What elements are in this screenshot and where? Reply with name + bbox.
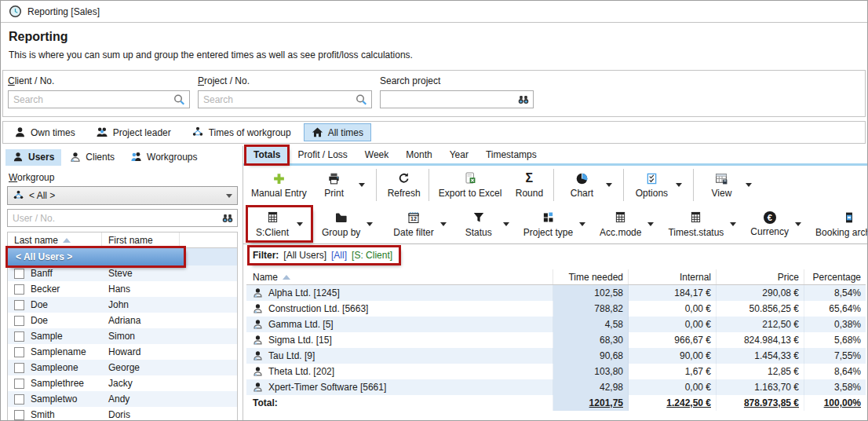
table-row[interactable]: Gamma Ltd. [5] 4,58 0,00 € 212,50 € 0,38… xyxy=(246,317,866,332)
row-checkbox[interactable] xyxy=(14,331,24,342)
column-header-last-name[interactable]: Last name xyxy=(8,232,102,247)
manual-entry-button[interactable]: Manual Entry xyxy=(245,167,310,203)
column-header-name[interactable]: Name xyxy=(246,269,553,284)
chevron-down-icon[interactable] xyxy=(226,194,232,198)
report-tabbar: Totals Profit / Loss Week Month Year Tim… xyxy=(243,146,867,166)
booking-archive-button[interactable]: Booking archive xyxy=(809,206,868,242)
round-button[interactable]: Σ Round xyxy=(505,167,550,203)
currency-button[interactable]: € Currency xyxy=(744,206,809,242)
workgroup-select[interactable]: < All > xyxy=(7,186,238,205)
workgroup-label: Workgroup xyxy=(9,172,238,183)
table-row[interactable]: Theta Ltd. [202] 103,80 1,67 € 12,85 € 8… xyxy=(246,364,866,379)
chart-button[interactable]: Chart xyxy=(557,167,620,203)
refresh-icon xyxy=(398,171,410,185)
table-row[interactable]: Sigma Ltd. [15] 68,30 966,67 € 824.984,1… xyxy=(246,332,866,348)
column-header-percentage[interactable]: Percentage xyxy=(804,269,866,284)
row-checkbox[interactable] xyxy=(14,347,24,357)
chevron-down-icon[interactable] xyxy=(730,222,736,226)
project-search-field xyxy=(198,90,372,108)
search-project-input[interactable] xyxy=(381,91,533,108)
window-titlebar: Reporting [Sales] xyxy=(1,1,867,23)
report-table-header: Name Time needed Internal Price Percenta… xyxy=(246,269,866,285)
tab-totals[interactable]: Totals xyxy=(246,147,287,163)
row-checkbox[interactable] xyxy=(14,269,24,279)
page-description: This is where you can sum up and group t… xyxy=(9,49,859,60)
tab-profit-loss[interactable]: Profit / Loss xyxy=(290,147,354,163)
row-checkbox[interactable] xyxy=(14,394,24,405)
user-row[interactable]: SampleoneGeorge xyxy=(8,360,237,375)
table-row[interactable]: Tau Ltd. [9] 90,68 90,00 € 1.454,33 € 7,… xyxy=(246,348,866,364)
user-row[interactable]: BeckerHans xyxy=(8,281,237,297)
total-label: Total: xyxy=(253,397,278,408)
tab-month[interactable]: Month xyxy=(399,147,439,163)
tab-workgroups[interactable]: Workgroups xyxy=(123,149,204,166)
row-checkbox[interactable] xyxy=(14,410,24,420)
chevron-down-icon[interactable] xyxy=(647,222,654,226)
filter-sort-part: [S: Client] xyxy=(352,250,392,261)
column-header-internal[interactable]: Internal xyxy=(629,269,717,284)
chevron-down-icon[interactable] xyxy=(359,183,365,187)
person-icon xyxy=(14,126,26,138)
column-header-price[interactable]: Price xyxy=(717,269,804,284)
tab-all-times[interactable]: All times xyxy=(304,123,371,141)
pie-chart-icon xyxy=(575,171,589,185)
tab-week[interactable]: Week xyxy=(358,147,396,163)
client-icon xyxy=(253,335,263,346)
row-checkbox[interactable] xyxy=(14,316,24,326)
chevron-down-icon[interactable] xyxy=(795,222,801,226)
chevron-down-icon[interactable] xyxy=(579,222,585,226)
table-row[interactable]: Xpert-Timer Software [5661] 42,98 0,00 €… xyxy=(246,379,866,395)
all-users-selection[interactable]: < All Users > xyxy=(8,248,184,265)
tab-times-of-workgroup[interactable]: Times of workgroup xyxy=(184,123,299,141)
chevron-down-icon[interactable] xyxy=(606,183,612,187)
page-title: Reporting xyxy=(9,30,859,44)
print-button[interactable]: Print xyxy=(310,167,373,203)
all-users-row[interactable]: < All Users > xyxy=(8,248,237,265)
user-row[interactable]: BanffSteve xyxy=(8,265,237,281)
chevron-down-icon[interactable] xyxy=(503,222,509,226)
user-row[interactable]: SamplenameHoward xyxy=(8,344,237,360)
project-search-input[interactable] xyxy=(199,91,371,108)
chevron-down-icon[interactable] xyxy=(676,183,682,187)
project-type-button[interactable]: Project type xyxy=(517,206,593,242)
user-row[interactable]: SmithDoris xyxy=(8,407,237,421)
user-row[interactable]: DoeAdriana xyxy=(8,313,237,328)
chevron-down-icon[interactable] xyxy=(440,222,447,226)
export-to-excel-button[interactable]: Export to Excel xyxy=(432,167,505,203)
client-icon xyxy=(253,319,263,330)
table-row[interactable]: Construction Ltd. [5663] 788,82 0,00 € 5… xyxy=(246,301,866,317)
refresh-button[interactable]: Refresh xyxy=(380,167,425,203)
tab-year[interactable]: Year xyxy=(443,147,476,163)
tab-clients[interactable]: Clients xyxy=(63,149,122,166)
user-row[interactable]: DoeJohn xyxy=(8,297,237,313)
row-checkbox[interactable] xyxy=(14,363,24,373)
client-search-input[interactable] xyxy=(9,91,189,108)
timestamp-status-button[interactable]: Timest.status xyxy=(662,206,744,242)
options-button[interactable]: Options xyxy=(627,167,690,203)
chevron-down-icon[interactable] xyxy=(297,222,303,226)
column-header-first-name[interactable]: First name xyxy=(102,232,180,247)
acc-mode-button[interactable]: Acc.mode xyxy=(593,206,662,242)
sort-client-button[interactable]: S:Client xyxy=(248,207,311,240)
tab-users[interactable]: Users xyxy=(5,149,61,166)
folder-icon xyxy=(334,210,348,225)
column-header-time-needed[interactable]: Time needed xyxy=(553,269,629,284)
group-by-button[interactable]: Group by xyxy=(315,206,381,242)
user-row[interactable]: SampletwoAndy xyxy=(8,391,237,407)
view-button[interactable]: View xyxy=(697,167,760,203)
tab-project-leader[interactable]: Project leader xyxy=(88,123,179,141)
row-checkbox[interactable] xyxy=(14,379,24,389)
chevron-down-icon[interactable] xyxy=(746,183,752,187)
status-button[interactable]: Status xyxy=(454,206,517,242)
tab-own-times[interactable]: Own times xyxy=(6,123,83,141)
row-checkbox[interactable] xyxy=(14,300,24,310)
tab-timestamps[interactable]: Timestamps xyxy=(479,147,544,163)
table-row[interactable]: Alpha Ltd. [1245] 102,58 184,17 € 290,08… xyxy=(246,285,866,301)
user-filter-input[interactable] xyxy=(8,210,237,226)
user-row[interactable]: SampleSimon xyxy=(8,328,237,344)
user-row[interactable]: SamplethreeJacky xyxy=(8,375,237,391)
date-filter-button[interactable]: 12 Date filter xyxy=(387,206,454,242)
report-table: Name Time needed Internal Price Percenta… xyxy=(246,269,866,411)
row-checkbox[interactable] xyxy=(14,284,24,295)
chevron-down-icon[interactable] xyxy=(367,222,373,226)
